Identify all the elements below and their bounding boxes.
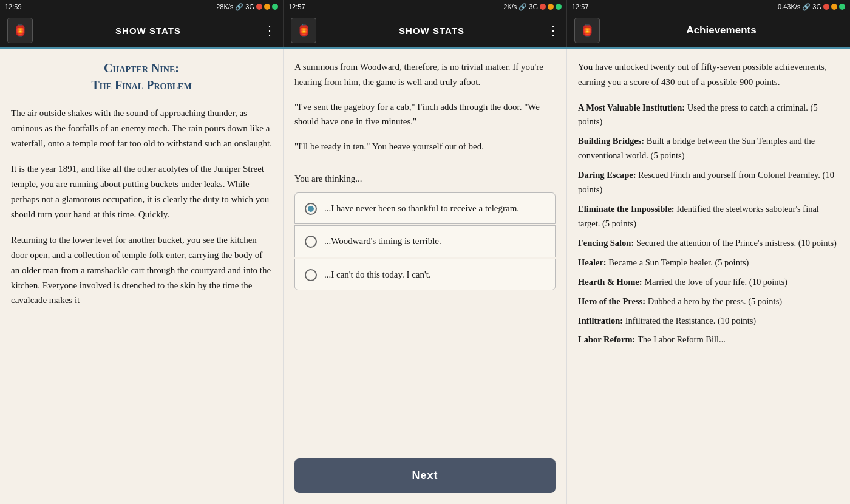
dot-red-1 [256,4,262,10]
app-bar-3: 🏮 Achievements [567,13,850,47]
status-right-3: 0.43K/s 🔗 3G [778,3,845,11]
achievement-item: Hearth & Home: Married the love of your … [578,275,839,290]
status-time-1: 12:59 [5,3,22,10]
narrative-1: A summons from Woodward, therefore, is n… [294,60,556,90]
achievement-item: A Most Valuable Institution: Used the pr… [578,101,839,130]
achievement-description: The Labor Reform Bill... [638,335,726,344]
app-icon-1[interactable]: 🏮 [7,18,33,43]
achievements-summary: You have unlocked twenty out of fifty-se… [578,60,839,90]
choice-item-1[interactable]: ...I have never been so thankful to rece… [294,192,556,225]
status-time-3: 12:57 [572,3,589,10]
achievement-item: Labor Reform: The Labor Reform Bill... [578,333,839,347]
choices-narrative: A summons from Woodward, therefore, is n… [294,60,556,164]
app-bar-1: 🏮 SHOW STATS ⋮ [0,13,284,47]
radio-inner-1 [308,206,314,212]
choices-list: ...I have never been so thankful to rece… [294,192,556,450]
menu-icon-2[interactable]: ⋮ [547,23,559,38]
dot-green-1 [272,4,278,10]
achievement-name: Hero of the Press: [578,296,648,306]
app-bar-title-1[interactable]: SHOW STATS [33,26,264,36]
achievement-name: Fencing Salon: [578,238,636,248]
achievement-name: Daring Escape: [578,170,638,180]
dot-yellow-1 [264,4,270,10]
achievement-name: Healer: [578,257,608,267]
radio-2[interactable] [305,236,317,248]
status-segment-2: 12:57 2K/s 🔗 3G [284,0,567,13]
app-bars: 🏮 SHOW STATS ⋮ 🏮 SHOW STATS ⋮ 🏮 Achievem… [0,13,850,49]
achievement-description: Infiltrated the Resistance. (10 points) [625,316,756,325]
app-icon-3[interactable]: 🏮 [574,18,600,43]
status-bar: 12:59 28K/s 🔗 3G 12:57 2K/s 🔗 3G 12:57 0 [0,0,850,13]
achievement-item: Eliminate the Impossible: Identified the… [578,202,839,231]
status-time-2: 12:57 [288,3,305,10]
achievement-item: Healer: Became a Sun Temple healer. (5 p… [578,256,839,270]
achievement-name: Eliminate the Impossible: [578,204,676,214]
next-button[interactable]: Next [294,458,556,493]
choice-text-3: ...I can't do this today. I can't. [324,268,431,282]
achievement-name: Building Bridges: [578,136,647,146]
status-segment-1: 12:59 28K/s 🔗 3G [0,0,284,13]
menu-icon-1[interactable]: ⋮ [264,23,276,38]
thinking-label: You are thinking... [294,174,556,184]
achievement-description: Dubbed a hero by the press. (5 points) [648,296,782,306]
choice-item-2[interactable]: ...Woodward's timing is terrible. [294,225,556,257]
app-bar-title-2[interactable]: SHOW STATS [316,26,547,36]
app-bar-2: 🏮 SHOW STATS ⋮ [284,13,567,47]
main-content: Chapter Nine: The Final Problem The air … [0,49,850,504]
dot-yellow-3 [831,4,837,10]
achievement-name: Infiltration: [578,316,625,325]
achievement-item: Infiltration: Infiltrated the Resistance… [578,314,839,329]
choice-text-1: ...I have never been so thankful to rece… [324,202,519,216]
dot-red-3 [823,4,829,10]
dot-green-3 [839,4,845,10]
status-segment-3: 12:57 0.43K/s 🔗 3G [567,0,850,13]
achievement-name: Hearth & Home: [578,277,644,287]
choice-item-3[interactable]: ...I can't do this today. I can't. [294,259,556,291]
panel-achievements: You have unlocked twenty out of fifty-se… [567,49,850,504]
achievement-description: Became a Sun Temple healer. (5 points) [608,257,749,267]
dot-green-2 [556,4,562,10]
app-bar-title-3: Achievements [600,24,843,36]
achievement-item: Fencing Salon: Secured the attention of … [578,236,839,251]
achievement-description: Secured the attention of the Prince's mi… [636,238,837,248]
panel-choices: A summons from Woodward, therefore, is n… [284,49,567,504]
choice-text-2: ...Woodward's timing is terrible. [324,234,441,248]
achievements-list: A Most Valuable Institution: Used the pr… [578,101,839,348]
achievement-description: Married the love of your life. (10 point… [644,277,787,287]
achievement-name: A Most Valuable Institution: [578,103,687,112]
story-paragraph-3: Returning to the lower level for another… [11,233,272,308]
achievement-item: Hero of the Press: Dubbed a hero by the … [578,295,839,309]
story-text: The air outside shakes with the sound of… [11,106,272,308]
app-icon-2[interactable]: 🏮 [291,18,316,43]
narrative-3: "I'll be ready in ten." You heave yourse… [294,139,556,154]
radio-3[interactable] [305,269,317,281]
radio-1[interactable] [305,203,317,215]
dot-yellow-2 [548,4,554,10]
next-button-container: Next [294,458,556,493]
status-right-1: 28K/s 🔗 3G [216,3,278,11]
chapter-title: Chapter Nine: The Final Problem [11,60,272,94]
narrative-2: "I've sent the pageboy for a cab," Finch… [294,100,556,130]
dot-red-2 [540,4,546,10]
achievement-item: Daring Escape: Rescued Finch and yoursel… [578,168,839,197]
story-paragraph-1: The air outside shakes with the sound of… [11,106,272,151]
achievement-item: Building Bridges: Built a bridge between… [578,134,839,163]
story-paragraph-2: It is the year 1891, and like all the ot… [11,162,272,222]
panel-story: Chapter Nine: The Final Problem The air … [0,49,284,504]
status-right-2: 2K/s 🔗 3G [503,3,562,11]
achievement-name: Labor Reform: [578,335,638,344]
